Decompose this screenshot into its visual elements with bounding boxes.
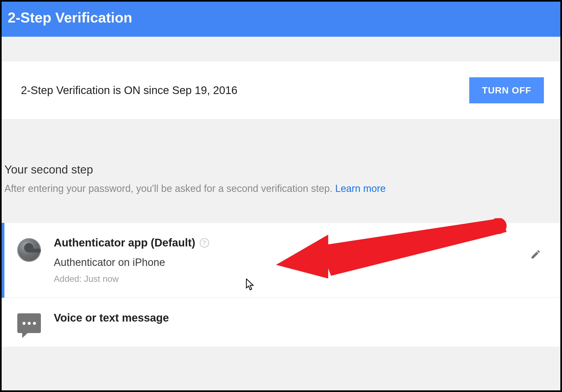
method-body: Authenticator app (Default) ? Authentica… bbox=[54, 237, 544, 284]
page-frame: 2-Step Verification 2-Step Verification … bbox=[0, 0, 562, 392]
method-sms[interactable]: Voice or text message bbox=[2, 298, 560, 347]
learn-more-link[interactable]: Learn more bbox=[335, 183, 386, 194]
turn-off-button[interactable]: TURN OFF bbox=[469, 77, 544, 103]
method-icon-wrap bbox=[4, 237, 54, 262]
section-title: Your second step bbox=[2, 163, 560, 182]
methods-list: Authenticator app (Default) ? Authentica… bbox=[2, 223, 560, 347]
status-text: 2-Step Verification is ON since Sep 19, … bbox=[21, 84, 237, 96]
authenticator-icon bbox=[17, 238, 41, 262]
method-title-row: Authenticator app (Default) ? bbox=[54, 237, 544, 249]
page-title: 2-Step Verification bbox=[8, 9, 554, 26]
method-title: Authenticator app (Default) bbox=[54, 237, 195, 249]
section-description: After entering your password, you'll be … bbox=[2, 182, 560, 195]
status-card: 2-Step Verification is ON since Sep 19, … bbox=[2, 61, 560, 119]
sms-icon bbox=[17, 313, 41, 333]
help-icon[interactable]: ? bbox=[200, 238, 209, 248]
method-body: Voice or text message bbox=[54, 312, 544, 324]
method-meta: Added: Just now bbox=[54, 274, 544, 284]
method-title-row: Voice or text message bbox=[54, 312, 544, 324]
page-header: 2-Step Verification bbox=[2, 2, 560, 37]
method-authenticator[interactable]: Authenticator app (Default) ? Authentica… bbox=[2, 223, 560, 298]
method-icon-wrap bbox=[4, 312, 54, 333]
method-title: Voice or text message bbox=[54, 312, 169, 324]
edit-button[interactable] bbox=[530, 249, 541, 261]
section-description-text: After entering your password, you'll be … bbox=[4, 183, 335, 194]
method-subtitle: Authenticator on iPhone bbox=[54, 257, 544, 268]
second-step-section: Your second step After entering your pas… bbox=[2, 119, 560, 347]
